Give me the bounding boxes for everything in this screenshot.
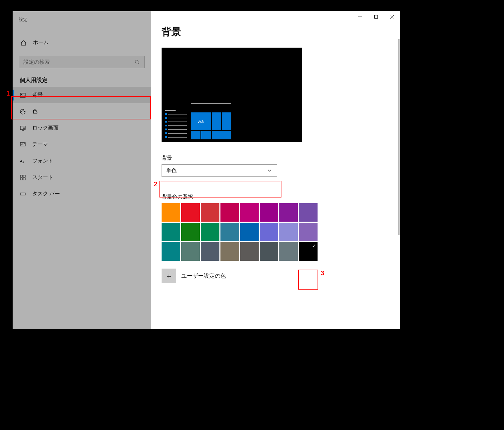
annotation-num-2: 2 xyxy=(154,181,157,188)
svg-rect-21 xyxy=(20,193,25,195)
close-button[interactable] xyxy=(384,11,400,22)
dropdown-value: 単色 xyxy=(166,167,177,174)
svg-rect-13 xyxy=(23,128,25,129)
sidebar-item-label: ロック画面 xyxy=(32,125,59,131)
sidebar-icon-0 xyxy=(20,92,26,98)
color-swatch[interactable] xyxy=(260,203,278,222)
app-title: 設定 xyxy=(19,17,27,23)
color-swatch[interactable] xyxy=(220,223,239,241)
sidebar-icon-6 xyxy=(20,191,26,197)
color-swatch[interactable] xyxy=(201,223,219,241)
preview-tiles: Aa xyxy=(191,103,231,140)
search-input[interactable]: 設定の検索 xyxy=(19,56,145,68)
color-swatch[interactable] xyxy=(299,203,318,222)
sidebar-item-label: フォント xyxy=(32,158,53,164)
background-preview: Aa xyxy=(162,48,302,142)
sidebar-item-4[interactable]: AAフォント xyxy=(13,153,151,169)
sidebar-item-1[interactable]: 色 xyxy=(13,103,151,120)
color-swatch[interactable] xyxy=(220,242,239,261)
color-swatch[interactable] xyxy=(299,242,318,261)
maximize-button[interactable] xyxy=(368,11,384,22)
color-swatch[interactable] xyxy=(240,242,259,261)
svg-line-5 xyxy=(138,63,139,64)
color-swatch[interactable] xyxy=(260,242,278,261)
svg-rect-19 xyxy=(20,178,22,180)
home-label: ホーム xyxy=(33,39,49,46)
sidebar-item-0[interactable]: 背景 xyxy=(13,87,151,103)
color-swatch[interactable] xyxy=(240,223,259,241)
category-title: 個人用設定 xyxy=(13,68,151,87)
sidebar-item-label: スタート xyxy=(32,174,53,181)
page-title: 背景 xyxy=(162,25,390,39)
sidebar-icon-2 xyxy=(20,125,26,131)
svg-text:A: A xyxy=(22,161,24,164)
color-swatch[interactable] xyxy=(220,203,239,222)
chevron-down-icon xyxy=(266,167,273,174)
color-swatch[interactable] xyxy=(279,242,298,261)
sidebar-item-label: 背景 xyxy=(32,92,43,98)
main-content: 背景 Aa xyxy=(151,11,400,329)
color-swatch[interactable] xyxy=(260,223,278,241)
color-grid xyxy=(162,203,323,261)
sidebar-item-label: 色 xyxy=(32,108,38,115)
custom-color-button[interactable]: ＋ xyxy=(162,269,176,283)
home-icon xyxy=(20,40,27,46)
annotation-num-3: 3 xyxy=(321,270,324,277)
background-field-label: 背景 xyxy=(162,155,390,161)
sidebar-item-label: タスク バー xyxy=(32,190,60,197)
custom-color-label: ユーザー設定の色 xyxy=(181,272,226,280)
title-bar: 設定 xyxy=(13,11,400,22)
sidebar-item-3[interactable]: テーマ xyxy=(13,136,151,153)
color-swatch[interactable] xyxy=(279,223,298,241)
svg-point-9 xyxy=(22,110,22,111)
color-swatch[interactable] xyxy=(201,203,219,222)
scrollbar[interactable] xyxy=(398,39,400,235)
color-swatch[interactable] xyxy=(162,223,180,241)
color-swatch[interactable] xyxy=(279,203,298,222)
svg-rect-20 xyxy=(23,178,25,180)
svg-point-10 xyxy=(22,113,22,113)
plus-icon: ＋ xyxy=(165,271,172,281)
color-swatch[interactable] xyxy=(181,242,200,261)
color-swatch[interactable] xyxy=(162,242,180,261)
background-type-dropdown[interactable]: 単色 xyxy=(162,164,277,177)
search-placeholder: 設定の検索 xyxy=(23,59,50,65)
sidebar-item-label: テーマ xyxy=(32,141,48,148)
sidebar-item-2[interactable]: ロック画面 xyxy=(13,120,151,136)
svg-point-7 xyxy=(21,94,22,95)
color-swatch[interactable] xyxy=(299,223,318,241)
minimize-button[interactable] xyxy=(352,11,368,22)
sidebar: ホーム 設定の検索 個人用設定 背景色ロック画面テーマAAフォントスタートタスク… xyxy=(13,11,151,329)
color-section-label: 背景色の選択 xyxy=(162,194,390,200)
color-swatch[interactable] xyxy=(240,203,259,222)
svg-rect-17 xyxy=(20,175,22,177)
sidebar-item-5[interactable]: スタート xyxy=(13,169,151,186)
home-button[interactable]: ホーム xyxy=(13,36,151,49)
color-swatch[interactable] xyxy=(162,203,180,222)
preview-tile-text: Aa xyxy=(191,112,211,130)
settings-window: 設定 ホーム 設定の検索 個人用設定 背景色ロック画面テーマAAフォントスタート… xyxy=(13,11,400,329)
search-icon xyxy=(134,59,140,65)
color-swatch[interactable] xyxy=(181,223,200,241)
annotation-num-1: 1 xyxy=(6,90,10,97)
svg-point-8 xyxy=(21,111,22,112)
color-swatch[interactable] xyxy=(201,242,219,261)
svg-rect-18 xyxy=(23,175,25,177)
sidebar-icon-4: AA xyxy=(20,158,26,164)
svg-rect-1 xyxy=(375,15,378,19)
sidebar-icon-1 xyxy=(20,109,26,115)
svg-point-4 xyxy=(135,60,138,63)
sidebar-item-6[interactable]: タスク バー xyxy=(13,186,151,202)
color-swatch[interactable] xyxy=(181,203,200,222)
sidebar-icon-3 xyxy=(20,141,26,148)
sidebar-icon-5 xyxy=(20,174,26,181)
svg-text:A: A xyxy=(20,159,22,163)
